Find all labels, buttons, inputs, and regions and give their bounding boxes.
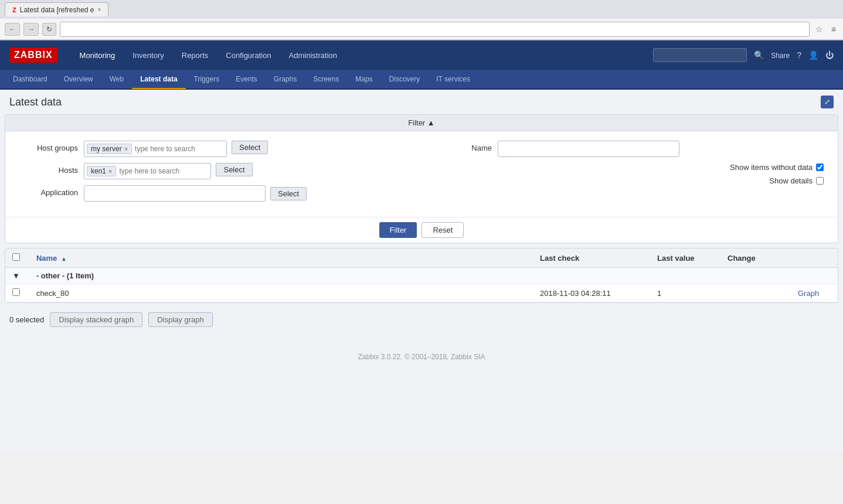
subnav-triggers[interactable]: Triggers (186, 70, 228, 88)
hosts-label: Hosts (19, 163, 78, 175)
host-groups-select-button[interactable]: Select (232, 141, 268, 154)
application-label: Application (19, 185, 78, 197)
host-groups-label: Host groups (19, 141, 78, 152)
filter-body: Host groups my server × Select (5, 131, 838, 217)
table-row: check_80 2018-11-03 04:28:11 1 Graph (5, 284, 838, 302)
sub-nav: Dashboard Overview Web Latest data Trigg… (0, 70, 843, 90)
filter-toggle-button[interactable]: Filter ▲ (408, 118, 434, 127)
forward-button[interactable]: → (23, 23, 39, 36)
selected-count: 0 selected (9, 315, 44, 324)
nav-monitoring[interactable]: Monitoring (72, 46, 124, 64)
hosts-search[interactable] (118, 166, 208, 176)
col-name[interactable]: Name ▲ (29, 248, 533, 268)
nav-administration[interactable]: Administration (281, 46, 345, 64)
collapse-icon[interactable]: ▼ (12, 271, 20, 280)
bookmark-star-icon[interactable]: ☆ (813, 23, 825, 35)
subnav-discovery[interactable]: Discovery (381, 70, 429, 88)
name-label: Name (433, 141, 492, 152)
item-name: check_80 (36, 289, 69, 298)
filter-button[interactable]: Filter (379, 222, 417, 238)
show-items-label: Show items without data (730, 163, 813, 172)
subnav-overview[interactable]: Overview (56, 70, 101, 88)
page-content: Latest data ⤢ Filter ▲ Host groups my se… (0, 90, 843, 453)
help-icon[interactable]: ? (797, 50, 801, 60)
col-change: Change (720, 248, 791, 268)
header-search-input[interactable] (653, 48, 747, 62)
subnav-events[interactable]: Events (227, 70, 266, 88)
page-footer: Zabbix 3.0.22. © 2001–2018, Zabbix SIA (0, 343, 843, 370)
display-stacked-graph-button[interactable]: Display stacked graph (50, 312, 142, 327)
col-actions-header (791, 248, 838, 268)
nav-reports[interactable]: Reports (174, 46, 217, 64)
page-title: Latest data (9, 96, 62, 108)
application-control: Select (84, 185, 410, 202)
select-all-checkbox[interactable] (12, 253, 20, 261)
graph-link[interactable]: Graph (798, 289, 819, 298)
subnav-dashboard[interactable]: Dashboard (5, 70, 56, 88)
show-items-checkbox[interactable] (816, 164, 824, 171)
name-row: Name (433, 141, 824, 157)
menu-icon[interactable]: ≡ (829, 23, 838, 35)
reset-button[interactable]: Reset (422, 222, 464, 238)
subnav-it-services[interactable]: IT services (428, 70, 478, 88)
item-change (720, 284, 791, 302)
subnav-latest-data[interactable]: Latest data (132, 70, 185, 89)
application-select-button[interactable]: Select (270, 187, 307, 200)
host-groups-control: my server × Select (84, 141, 410, 157)
address-bar[interactable]: 10.220.5.138/zabbix/latest.php?ddreset=1 (60, 22, 810, 37)
hosts-row: Hosts ken1 × Select (19, 163, 410, 179)
tab-favicon: Z (12, 6, 16, 13)
item-graph-cell: Graph (791, 284, 838, 302)
hosts-input[interactable]: ken1 × (84, 163, 211, 179)
display-graph-button[interactable]: Display graph (148, 312, 213, 327)
hosts-tag-remove[interactable]: × (108, 168, 112, 175)
share-icon[interactable]: Share (771, 50, 790, 60)
show-details-label: Show details (769, 176, 813, 185)
bottom-bar: 0 selected Display stacked graph Display… (0, 308, 843, 332)
row-checkbox[interactable] (12, 288, 20, 296)
zabbix-logo: ZABBIX (9, 47, 57, 63)
tab-title: Latest data [refreshed e (20, 6, 94, 14)
filter-right: Name Show items without data Show detail… (433, 141, 824, 207)
browser-chrome: Z Latest data [refreshed e × ← → ↻ 10.22… (0, 0, 843, 40)
subnav-screens[interactable]: Screens (305, 70, 347, 88)
tab-close-button[interactable]: × (97, 6, 101, 13)
footer-text: Zabbix 3.0.22. © 2001–2018, Zabbix SIA (358, 353, 485, 361)
col-name-label: Name (36, 254, 57, 263)
item-last-check: 2018-11-03 04:28:11 (533, 284, 650, 302)
hosts-tag-label: ken1 (91, 167, 106, 175)
search-icon[interactable]: 🔍 (754, 50, 764, 60)
item-last-value: 1 (650, 284, 720, 302)
filter-header: Filter ▲ (5, 115, 838, 131)
item-name-cell: check_80 (29, 284, 533, 302)
name-input[interactable] (498, 141, 679, 157)
host-groups-input[interactable]: my server × (84, 141, 227, 157)
back-button[interactable]: ← (5, 23, 20, 36)
subnav-web[interactable]: Web (101, 70, 132, 88)
table-section: Name ▲ Last check Last value Change ▼ - … (5, 248, 838, 303)
hosts-control: ken1 × Select (84, 163, 410, 179)
col-last-check[interactable]: Last check (533, 248, 650, 268)
expand-button[interactable]: ⤢ (821, 96, 834, 108)
logout-icon[interactable]: ⏻ (825, 50, 834, 60)
user-icon[interactable]: 👤 (808, 50, 818, 60)
host-groups-tag-remove[interactable]: × (124, 145, 128, 152)
browser-tab[interactable]: Z Latest data [refreshed e × (5, 2, 108, 16)
application-input[interactable] (84, 185, 266, 202)
subnav-graphs[interactable]: Graphs (266, 70, 305, 88)
hosts-tag-ken1: ken1 × (87, 166, 116, 176)
page-title-bar: Latest data ⤢ (0, 90, 843, 114)
application-row: Application Select (19, 185, 410, 202)
app-nav: Monitoring Inventory Reports Configurati… (72, 46, 345, 64)
hosts-select-button[interactable]: Select (216, 163, 252, 176)
nav-configuration[interactable]: Configuration (217, 46, 279, 64)
host-groups-row: Host groups my server × Select (19, 141, 410, 157)
show-items-row: Show items without data (433, 163, 824, 172)
filter-panel: Filter ▲ Host groups my server × (5, 114, 838, 243)
show-details-checkbox[interactable] (816, 177, 824, 185)
share-label: Share (771, 52, 790, 60)
reload-button[interactable]: ↻ (42, 23, 56, 36)
host-groups-search[interactable] (134, 144, 224, 154)
nav-inventory[interactable]: Inventory (124, 46, 172, 64)
subnav-maps[interactable]: Maps (347, 70, 380, 88)
